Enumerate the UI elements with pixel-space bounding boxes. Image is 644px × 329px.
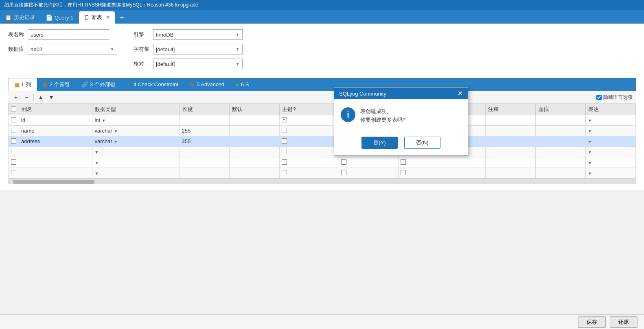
nn-checkbox[interactable] — [341, 159, 346, 165]
pk-checkbox[interactable] — [282, 159, 287, 165]
pk-checkbox[interactable] — [282, 138, 287, 144]
data-type-arrow[interactable]: ▼ — [114, 139, 118, 144]
pk-cell[interactable] — [280, 168, 339, 179]
comment-cell[interactable] — [486, 157, 536, 168]
default-cell[interactable] — [230, 115, 280, 126]
dialog-yes-button[interactable]: 是(Y) — [361, 137, 397, 149]
data-type-arrow[interactable]: ▼ — [94, 150, 99, 155]
database-select[interactable]: db02 — [28, 44, 117, 54]
nn-cell[interactable] — [339, 157, 399, 168]
remove-column-button[interactable]: − — [22, 93, 31, 102]
unsigned-cell[interactable] — [398, 157, 485, 168]
default-cell[interactable] — [230, 147, 280, 157]
length-cell[interactable]: 355 — [180, 136, 230, 147]
expr-arrow[interactable]: ▼ — [588, 129, 592, 133]
scrollbar-thumb[interactable] — [13, 180, 94, 184]
dialog-close-button[interactable]: ✕ — [458, 90, 463, 97]
data-type-cell[interactable]: int ▼ — [92, 115, 180, 126]
expr-arrow[interactable]: ▼ — [588, 161, 592, 165]
tab-newtable-close-icon[interactable]: ✕ — [106, 15, 110, 20]
default-cell[interactable] — [230, 157, 280, 168]
expr-arrow[interactable]: ▼ — [588, 118, 592, 123]
expr-arrow[interactable]: ▼ — [588, 150, 592, 155]
add-column-button[interactable]: + — [11, 93, 20, 102]
pk-cell[interactable] — [280, 157, 339, 168]
virtual-cell[interactable] — [536, 147, 586, 157]
unsigned-cell[interactable] — [398, 168, 485, 179]
move-up-button[interactable]: ▲ — [36, 93, 45, 102]
table-name-input[interactable] — [28, 29, 109, 40]
col-name-cell[interactable] — [19, 168, 92, 179]
comment-cell[interactable] — [486, 147, 536, 157]
data-type-cell[interactable]: ▼ — [92, 147, 180, 157]
default-cell[interactable] — [230, 136, 280, 147]
col-name-cell[interactable] — [19, 147, 92, 157]
engine-select[interactable]: InnoDB — [153, 29, 243, 40]
length-cell[interactable] — [180, 147, 230, 157]
data-type-arrow[interactable]: ▼ — [94, 161, 99, 165]
row-checkbox[interactable] — [11, 117, 16, 122]
col-name-cell[interactable]: name — [19, 126, 92, 136]
horizontal-scrollbar[interactable] — [8, 179, 636, 184]
virtual-cell[interactable] — [536, 136, 586, 147]
hide-lang-checkbox[interactable] — [596, 95, 602, 100]
default-cell[interactable] — [230, 126, 280, 136]
unsigned-checkbox[interactable] — [401, 159, 406, 165]
tab-history[interactable]: 📋 历史记录 — [0, 11, 40, 24]
pk-cell[interactable] — [280, 126, 339, 136]
data-type-cell[interactable]: varchar ▼ — [92, 136, 180, 147]
length-cell[interactable]: 255 — [180, 126, 230, 136]
data-type-arrow[interactable]: ▼ — [94, 171, 99, 176]
header-cb[interactable] — [11, 106, 16, 111]
charset-select[interactable]: [default] — [153, 44, 243, 54]
row-checkbox[interactable] — [11, 149, 16, 154]
unsigned-checkbox[interactable] — [401, 170, 406, 175]
nn-checkbox[interactable] — [341, 170, 346, 175]
data-type-cell[interactable]: ▼ — [92, 168, 180, 179]
tab-nav-columns[interactable]: ▦ 1 列 — [8, 78, 37, 91]
comment-cell[interactable] — [486, 168, 536, 179]
data-type-arrow[interactable]: ▼ — [114, 129, 118, 133]
tab-nav-check-constraint[interactable]: ✓ 4 Check Constraint — [121, 78, 184, 91]
pk-checkbox[interactable] — [282, 117, 287, 122]
comment-cell[interactable] — [486, 126, 536, 136]
col-name-cell[interactable]: id — [19, 115, 92, 126]
tab-nav-more[interactable]: ● 6 S — [230, 78, 254, 91]
data-type-cell[interactable]: ▼ — [92, 157, 180, 168]
col-name-cell[interactable] — [19, 157, 92, 168]
pk-checkbox[interactable] — [282, 170, 287, 175]
data-type-arrow[interactable]: ▼ — [102, 118, 106, 123]
virtual-cell[interactable] — [536, 157, 586, 168]
pk-checkbox[interactable] — [282, 128, 287, 133]
expr-arrow[interactable]: ▼ — [588, 171, 592, 176]
length-cell[interactable] — [180, 168, 230, 179]
pk-checkbox[interactable] — [282, 149, 287, 154]
comment-cell[interactable] — [486, 115, 536, 126]
virtual-cell[interactable] — [536, 126, 586, 136]
tab-nav-foreign-keys[interactable]: 🔗 3 个外部键 — [76, 78, 121, 91]
pk-cell[interactable] — [280, 115, 339, 126]
col-name-cell[interactable]: address — [19, 136, 92, 147]
pk-cell[interactable] — [280, 147, 339, 157]
move-down-button[interactable]: ▼ — [47, 93, 56, 102]
virtual-cell[interactable] — [536, 115, 586, 126]
default-cell[interactable] — [230, 168, 280, 179]
tab-newtable[interactable]: 🗒 新表 ✕ — [79, 11, 115, 24]
comment-cell[interactable] — [486, 136, 536, 147]
expr-arrow[interactable]: ▼ — [588, 139, 592, 144]
length-cell[interactable] — [180, 115, 230, 126]
tab-nav-indexes[interactable]: ▦ 2 个索引 — [37, 78, 76, 91]
tab-nav-advanced[interactable]: ⚙ 5 Advanced — [184, 78, 230, 91]
row-checkbox[interactable] — [11, 128, 16, 133]
row-checkbox[interactable] — [11, 159, 16, 165]
row-checkbox[interactable] — [11, 138, 16, 144]
nn-cell[interactable] — [339, 168, 399, 179]
add-tab-button[interactable]: + — [116, 11, 128, 24]
length-cell[interactable] — [180, 157, 230, 168]
data-type-cell[interactable]: varchar ▼ — [92, 126, 180, 136]
row-checkbox[interactable] — [11, 170, 16, 175]
collation-select[interactable]: [default] — [153, 59, 243, 69]
dialog-no-button[interactable]: 否(N) — [404, 137, 440, 149]
virtual-cell[interactable] — [536, 168, 586, 179]
tab-query1[interactable]: 📄 Query 1 — [41, 11, 78, 24]
